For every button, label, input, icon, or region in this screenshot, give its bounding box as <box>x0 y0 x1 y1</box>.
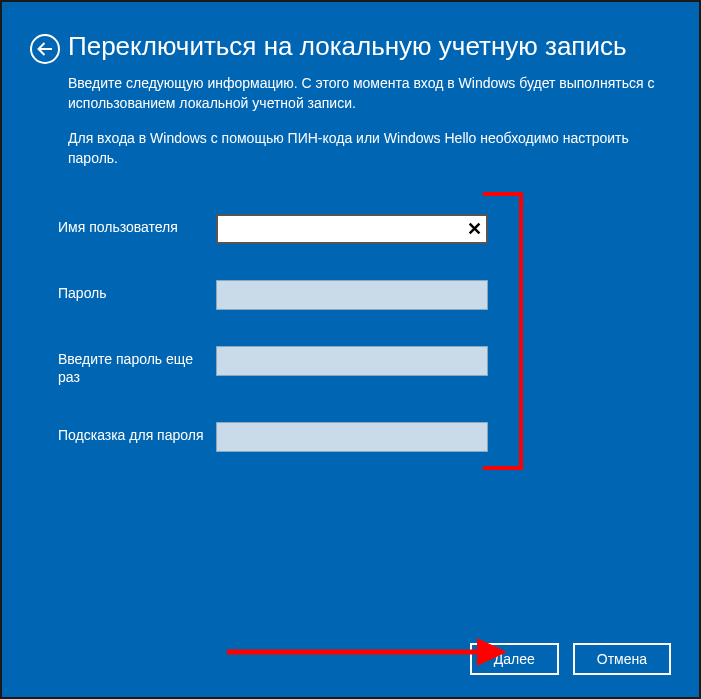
page-title: Переключиться на локальную учетную запис… <box>68 31 627 62</box>
next-button[interactable]: Далее <box>470 643 559 675</box>
annotation-arrow-icon <box>227 632 507 672</box>
confirm-password-label: Введите пароль еще раз <box>58 346 216 386</box>
description-line-1: Введите следующую информацию. С этого мо… <box>68 74 659 113</box>
cancel-button[interactable]: Отмена <box>573 643 671 675</box>
confirm-password-input[interactable] <box>216 346 488 376</box>
password-label: Пароль <box>58 280 216 302</box>
annotation-bracket <box>483 192 523 470</box>
back-arrow-icon <box>37 41 53 57</box>
description-block: Введите следующую информацию. С этого мо… <box>68 74 659 184</box>
password-hint-label: Подсказка для пароля <box>58 422 216 444</box>
password-hint-input[interactable] <box>216 422 488 452</box>
clear-input-icon[interactable]: ✕ <box>467 217 482 241</box>
username-input[interactable] <box>216 214 488 244</box>
back-button[interactable] <box>30 34 60 64</box>
description-line-2: Для входа в Windows с помощью ПИН-кода и… <box>68 129 659 168</box>
password-input[interactable] <box>216 280 488 310</box>
username-label: Имя пользователя <box>58 214 216 236</box>
